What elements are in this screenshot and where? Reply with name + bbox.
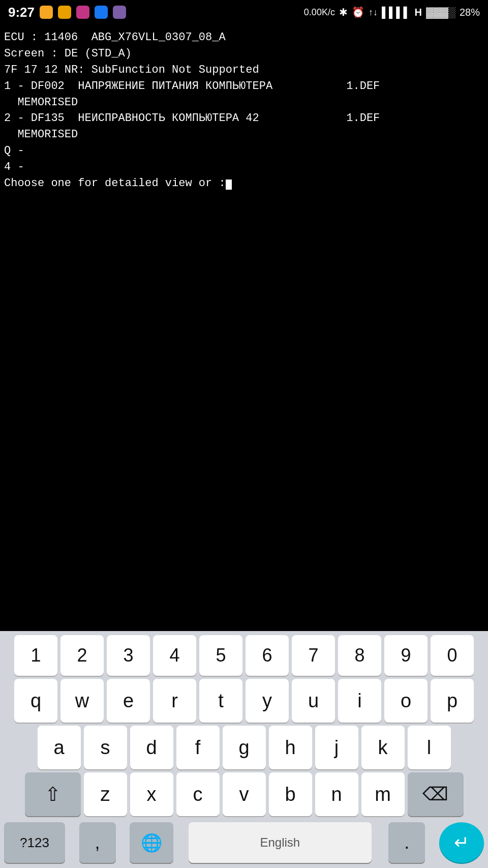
space-button[interactable]: English xyxy=(189,822,372,863)
key-7[interactable]: 7 xyxy=(292,635,335,676)
key-d[interactable]: d xyxy=(130,726,173,769)
battery-icon: ▓▓▓░ xyxy=(426,7,455,18)
terminal-line-10: Choose one for detailed view or : xyxy=(4,177,226,190)
shift-icon: ⇧ xyxy=(45,783,61,805)
key-h[interactable]: h xyxy=(269,726,312,769)
keyboard: 1 2 3 4 5 6 7 8 9 0 q w e r t y u i o p … xyxy=(0,631,488,868)
globe-icon: 🌐 xyxy=(141,832,162,853)
qwerty-row: q w e r t y u i o p xyxy=(0,679,488,723)
key-e[interactable]: e xyxy=(107,679,150,723)
terminal-line-8: Q - xyxy=(4,144,31,157)
key-i[interactable]: i xyxy=(338,679,381,723)
key-4[interactable]: 4 xyxy=(153,635,196,676)
terminal-line-6: 2 - DF135 НЕИСПРАВНОСТЬ КОМПЬЮТЕРА 42 1.… xyxy=(4,112,380,125)
key-b[interactable]: b xyxy=(269,772,312,816)
key-9[interactable]: 9 xyxy=(384,635,428,676)
terminal-cursor xyxy=(226,179,232,190)
key-l[interactable]: l xyxy=(408,726,451,769)
key-t[interactable]: t xyxy=(199,679,242,723)
number-row: 1 2 3 4 5 6 7 8 9 0 xyxy=(0,635,488,676)
enter-button[interactable]: ↵ xyxy=(439,822,484,863)
battery-percent: 28% xyxy=(460,7,480,18)
globe-button[interactable]: 🌐 xyxy=(130,822,173,863)
key-g[interactable]: g xyxy=(223,726,266,769)
key-r[interactable]: r xyxy=(153,679,196,723)
function-row: ?123 , 🌐 English . ↵ xyxy=(0,819,488,865)
key-0[interactable]: 0 xyxy=(431,635,474,676)
shift-button[interactable]: ⇧ xyxy=(25,772,81,816)
key-c[interactable]: c xyxy=(176,772,220,816)
key-j[interactable]: j xyxy=(315,726,358,769)
key-x[interactable]: x xyxy=(130,772,173,816)
signal-icon: ↑↓ xyxy=(369,7,378,18)
terminal-line-5: MEMORISED xyxy=(4,96,78,109)
bluetooth-icon: ✱ xyxy=(339,6,348,18)
key-a[interactable]: a xyxy=(38,726,81,769)
terminal-output[interactable]: ECU : 11406 ABG_X76VLL_0307_08_A Screen … xyxy=(0,24,488,631)
status-left: 9:27 xyxy=(8,5,126,20)
terminal-line-9: 4 - xyxy=(4,161,31,173)
key-6[interactable]: 6 xyxy=(246,635,289,676)
key-2[interactable]: 2 xyxy=(60,635,104,676)
key-1[interactable]: 1 xyxy=(14,635,57,676)
key-3[interactable]: 3 xyxy=(107,635,150,676)
key-k[interactable]: k xyxy=(361,726,405,769)
backspace-icon: ⌫ xyxy=(422,784,448,805)
key-z[interactable]: z xyxy=(84,772,127,816)
terminal-line-2: Screen : DE (STD_A) xyxy=(4,47,132,60)
key-f[interactable]: f xyxy=(176,726,220,769)
network-speed: 0.00K/c xyxy=(304,7,335,18)
alarm-icon: ⏰ xyxy=(352,6,364,18)
key-s[interactable]: s xyxy=(84,726,127,769)
enter-icon: ↵ xyxy=(454,832,469,853)
status-time: 9:27 xyxy=(8,5,35,20)
key-q[interactable]: q xyxy=(14,679,57,723)
terminal-line-3: 7F 17 12 NR: SubFunction Not Supported xyxy=(4,64,259,76)
key-y[interactable]: y xyxy=(246,679,289,723)
terminal-line-1: ECU : 11406 ABG_X76VLL_0307_08_A xyxy=(4,31,226,44)
key-w[interactable]: w xyxy=(60,679,104,723)
key-8[interactable]: 8 xyxy=(338,635,381,676)
h-icon: H xyxy=(415,7,422,18)
asdf-row: a s d f g h j k l xyxy=(0,726,488,769)
period-button[interactable]: . xyxy=(388,822,425,863)
status-bar: 9:27 0.00K/c ✱ ⏰ ↑↓ ▌▌▌▌ H ▓▓▓░ 28% xyxy=(0,0,488,24)
bars-icon: ▌▌▌▌ xyxy=(382,7,411,18)
terminal-line-7: MEMORISED xyxy=(4,128,78,141)
app-icon-4 xyxy=(95,6,108,19)
app-icon-3 xyxy=(76,6,89,19)
key-m[interactable]: m xyxy=(361,772,405,816)
key-u[interactable]: u xyxy=(292,679,335,723)
comma-button[interactable]: , xyxy=(79,822,116,863)
status-right: 0.00K/c ✱ ⏰ ↑↓ ▌▌▌▌ H ▓▓▓░ 28% xyxy=(304,6,480,18)
app-icon-5 xyxy=(113,6,126,19)
app-icon-1 xyxy=(40,6,53,19)
sym-button[interactable]: ?123 xyxy=(4,822,65,863)
key-n[interactable]: n xyxy=(315,772,358,816)
zxcv-row: ⇧ z x c v b n m ⌫ xyxy=(0,772,488,816)
app-icon-2 xyxy=(58,6,71,19)
backspace-button[interactable]: ⌫ xyxy=(408,772,464,816)
key-p[interactable]: p xyxy=(431,679,474,723)
key-5[interactable]: 5 xyxy=(199,635,242,676)
key-o[interactable]: o xyxy=(384,679,428,723)
terminal-line-4: 1 - DF002 НАПРЯЖЕНИЕ ПИТАНИЯ КОМПЬЮТЕРА … xyxy=(4,80,380,93)
key-v[interactable]: v xyxy=(223,772,266,816)
